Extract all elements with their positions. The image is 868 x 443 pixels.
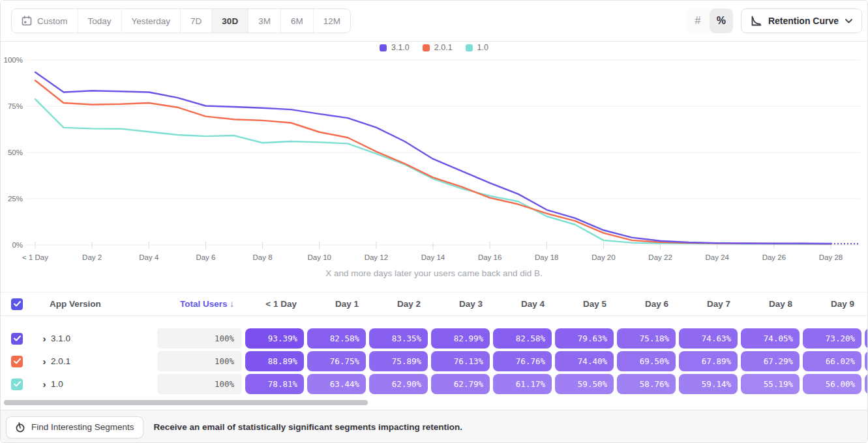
column-header-day-6[interactable]: Day 6 [616, 299, 675, 309]
retention-cell[interactable]: 63.44% [307, 374, 366, 394]
column-header-day-1[interactable]: Day 1 [307, 299, 365, 309]
retention-cell[interactable]: 78.81% [245, 374, 304, 394]
retention-cell[interactable]: 67.29% [741, 351, 800, 371]
column-header-day-7[interactable]: Day 7 [678, 299, 737, 309]
app-version-label: 1.0 [51, 379, 63, 389]
footer-message: Receive an email of statistically signif… [154, 422, 462, 432]
column-header-day-3[interactable]: Day 3 [430, 299, 489, 309]
retention-cell[interactable]: 59.50% [555, 374, 614, 394]
day-column-headers: < 1 DayDay 1Day 2Day 3Day 4Day 5Day 6Day… [242, 299, 861, 309]
retention-cell[interactable]: 58.76% [617, 374, 676, 394]
svg-text:Day 2: Day 2 [82, 253, 102, 261]
retention-cell[interactable]: 67.89% [679, 351, 738, 371]
svg-text:Day 4: Day 4 [139, 253, 159, 261]
column-header-total-users[interactable]: Total Users ↓ [157, 299, 242, 309]
retention-cell[interactable]: 79.63% [555, 328, 614, 349]
retention-cell[interactable]: 83.35% [369, 328, 428, 349]
svg-text:Day 28: Day 28 [819, 253, 843, 261]
svg-text:Day 22: Day 22 [648, 253, 672, 261]
column-header-day-2[interactable]: Day 2 [368, 299, 427, 309]
date-range-30d[interactable]: 30D [211, 9, 248, 33]
retention-cell[interactable]: 66.02% [803, 351, 861, 371]
column-header-day-8[interactable]: Day 8 [740, 299, 799, 309]
retention-cell[interactable]: 73.20% [803, 328, 861, 349]
date-range-today[interactable]: Today [78, 9, 121, 33]
retention-line-chart[interactable]: 0%25%50%75%100%< 1 DayDay 2Day 4Day 6Day… [1, 42, 868, 263]
expand-row-chevron-icon[interactable]: › [38, 356, 50, 366]
date-range-3m[interactable]: 3M [248, 9, 280, 33]
svg-text:Day 8: Day 8 [253, 253, 273, 261]
calendar-icon [22, 16, 32, 26]
horizontal-scrollbar-thumb[interactable] [4, 400, 368, 405]
table-row-1.0: ›1.0100%78.81%63.44%62.90%62.79%61.17%59… [1, 374, 867, 394]
retention-cell[interactable]: 93.39% [245, 328, 304, 349]
app-version-label: 2.0.1 [51, 356, 70, 366]
retention-cell[interactable]: 75.89% [369, 351, 428, 371]
toolbar: CustomTodayYesterday7D30D3M6M12M # % Ret… [1, 1, 867, 42]
footer-bar: Find Interesting Segments Receive an ema… [1, 410, 867, 443]
retention-cell[interactable]: 62.90% [369, 374, 428, 394]
retention-curve-icon [751, 16, 762, 27]
column-header-day-9[interactable]: Day 9 [802, 299, 861, 309]
retention-table: App Version Total Users ↓ < 1 DayDay 1Da… [1, 292, 867, 400]
table-header-row: App Version Total Users ↓ < 1 DayDay 1Da… [1, 292, 867, 316]
date-range-yesterday[interactable]: Yesterday [121, 9, 181, 33]
retention-cell[interactable]: 62.79% [431, 374, 490, 394]
retention-cell[interactable]: 56.00% [803, 374, 861, 394]
svg-text:Day 12: Day 12 [365, 253, 388, 261]
app-version-label: 3.1.0 [51, 334, 70, 343]
chart-type-label: Retention Curve [768, 16, 839, 26]
expand-row-chevron-icon[interactable]: › [38, 334, 50, 343]
svg-text:0%: 0% [12, 241, 23, 249]
retention-cell[interactable]: 76.75% [307, 351, 366, 371]
percent-toggle-button[interactable]: % [710, 8, 733, 33]
retention-cell[interactable]: 82.99% [431, 328, 490, 349]
retention-cell[interactable]: 75.18% [617, 328, 676, 349]
retention-cell[interactable]: 59.14% [679, 374, 738, 394]
count-toggle-button[interactable]: # [686, 8, 710, 33]
retention-chart: 3.1.02.0.11.0 0%25%50%75%100%< 1 DayDay … [1, 42, 867, 292]
svg-text:Day 6: Day 6 [196, 253, 215, 261]
svg-text:Day 24: Day 24 [705, 253, 729, 261]
select-all-checkbox[interactable] [11, 298, 23, 310]
date-range-6m[interactable]: 6M [280, 9, 313, 33]
svg-text:Day 16: Day 16 [478, 253, 501, 261]
expand-row-chevron-icon[interactable]: › [38, 379, 50, 389]
svg-text:Day 18: Day 18 [535, 253, 558, 261]
retention-cell[interactable]: 82.58% [307, 328, 366, 349]
retention-cell[interactable]: 76.76% [493, 351, 552, 371]
total-users-cell: 100% [157, 374, 242, 394]
retention-cell[interactable]: 88.89% [245, 351, 304, 371]
date-range-selector: CustomTodayYesterday7D30D3M6M12M [11, 8, 351, 33]
chart-type-dropdown[interactable]: Retention Curve [741, 8, 862, 33]
row-checkbox-1.0[interactable] [11, 379, 23, 390]
date-range-custom[interactable]: Custom [12, 9, 78, 33]
retention-cell-clipped[interactable] [865, 374, 867, 394]
retention-cell[interactable]: 69.50% [617, 351, 676, 371]
retention-cell[interactable]: 82.58% [493, 328, 552, 349]
retention-cell[interactable]: 61.17% [493, 374, 552, 394]
retention-cell[interactable]: 76.13% [431, 351, 490, 371]
svg-text:50%: 50% [8, 149, 23, 156]
total-users-cell: 100% [157, 351, 242, 371]
column-header--1-day[interactable]: < 1 Day [245, 299, 303, 309]
retention-cell-clipped[interactable] [865, 328, 867, 349]
svg-text:Day 26: Day 26 [762, 253, 786, 261]
retention-cell[interactable]: 74.63% [679, 328, 738, 349]
retention-cell[interactable]: 55.19% [741, 374, 800, 394]
date-range-12m[interactable]: 12M [313, 9, 350, 33]
date-range-7d[interactable]: 7D [180, 9, 211, 33]
chart-caption: X and more days later your users came ba… [1, 268, 867, 278]
column-header-day-5[interactable]: Day 5 [554, 299, 613, 309]
horizontal-scrollbar [1, 400, 867, 406]
retention-cell-clipped[interactable] [865, 351, 867, 371]
row-checkbox-2.0.1[interactable] [11, 356, 23, 367]
toolbar-right: # % Retention Curve [686, 8, 862, 33]
svg-text:100%: 100% [4, 56, 23, 64]
column-header-day-4[interactable]: Day 4 [492, 299, 551, 309]
retention-cell[interactable]: 74.40% [555, 351, 614, 371]
sort-descending-icon: ↓ [230, 299, 234, 309]
retention-cell[interactable]: 74.05% [741, 328, 800, 349]
row-checkbox-3.1.0[interactable] [11, 333, 23, 345]
find-interesting-segments-button[interactable]: Find Interesting Segments [6, 416, 143, 438]
